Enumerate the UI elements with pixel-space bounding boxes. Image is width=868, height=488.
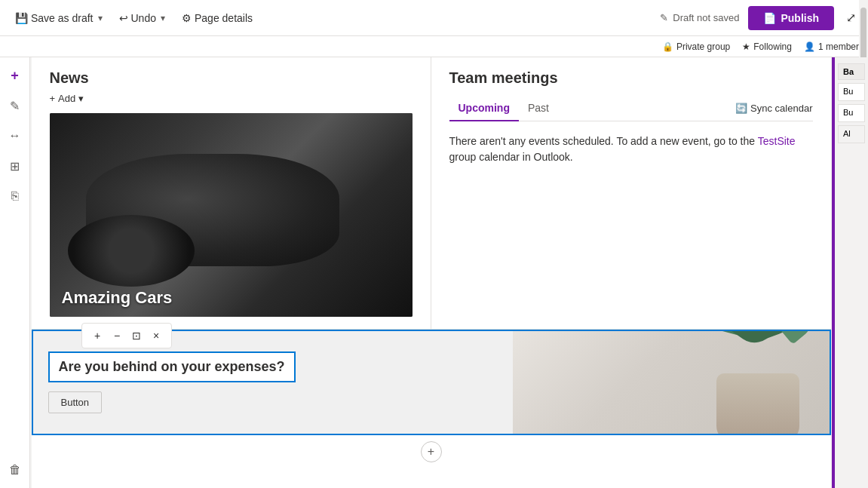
- zoom-toolbar: + − ⊡ ×: [81, 323, 172, 348]
- right-panel-item-1: Ba: [838, 63, 865, 80]
- undo-chevron[interactable]: ▾: [159, 11, 167, 25]
- undo-icon: ↩: [119, 12, 128, 24]
- lock-icon: 🔒: [662, 41, 673, 52]
- hero-button-area: Button: [48, 391, 296, 413]
- add-section-bar: +: [32, 435, 831, 468]
- pointer-tool-button[interactable]: ↔: [3, 124, 27, 148]
- right-panel-item-4: Al: [838, 125, 865, 143]
- hero-text-area: Are you behind on your expenses? Button: [48, 351, 296, 413]
- hero-cta-button[interactable]: Button: [48, 391, 103, 413]
- group-type-label: Private group: [676, 41, 730, 52]
- expand-button[interactable]: ⤢: [843, 8, 859, 28]
- group-type: 🔒 Private group: [662, 41, 730, 52]
- tab-past[interactable]: Past: [519, 96, 558, 121]
- test-site-link[interactable]: TestSite: [758, 135, 796, 147]
- news-title: News: [50, 69, 413, 87]
- right-panel-item-2: Bu: [838, 83, 865, 101]
- zoom-fit-button[interactable]: ⊡: [127, 327, 146, 345]
- tab-upcoming[interactable]: Upcoming: [449, 96, 519, 121]
- page-details-label: Page details: [195, 12, 253, 24]
- plant-image: [513, 331, 830, 434]
- right-panel: Ba Bu Bu Al: [832, 57, 868, 488]
- plant-pot: [716, 373, 799, 434]
- add-webpart-button[interactable]: +: [3, 63, 27, 87]
- edit-icon: ✎: [660, 12, 668, 23]
- page-canvas: News + Add ▾ Amazing Cars T: [32, 57, 831, 488]
- tabs-container: Upcoming Past: [449, 96, 558, 121]
- meetings-tabs: Upcoming Past 🔄 Sync calendar: [449, 96, 813, 121]
- empty-text-2: group calendar in Outlook.: [449, 151, 573, 163]
- news-section: News + Add ▾ Amazing Cars: [32, 57, 431, 329]
- sync-label: Sync calendar: [750, 103, 812, 114]
- sync-calendar-button[interactable]: 🔄 Sync calendar: [735, 103, 812, 114]
- following-status: ★ Following: [742, 41, 792, 52]
- group-bar: 🔒 Private group ★ Following 👤 1 member: [0, 36, 868, 57]
- right-panel-item-3: Bu: [838, 104, 865, 122]
- following-label: Following: [753, 41, 792, 52]
- edit-tool-button[interactable]: ✎: [3, 94, 27, 118]
- draft-status-label: Draft not saved: [673, 12, 739, 23]
- star-icon: ★: [742, 41, 750, 52]
- undo-label: Undo: [131, 12, 156, 24]
- zoom-out-button[interactable]: −: [108, 327, 126, 345]
- right-panel-content: Ba Bu Bu Al: [835, 57, 868, 152]
- add-section-button[interactable]: +: [421, 441, 442, 462]
- news-image-container: Amazing Cars: [50, 113, 413, 317]
- page-details-icon: ⚙: [182, 12, 192, 24]
- save-icon: 💾: [15, 12, 28, 24]
- top-bar: 💾 Save as draft ▾ ↩ Undo ▾ ⚙ Page detail…: [0, 0, 868, 36]
- meetings-empty-message: There aren't any events scheduled. To ad…: [449, 134, 813, 165]
- main-layout: + ✎ ↔ ⊞ ⎘ 🗑 News + Add ▾: [0, 57, 868, 488]
- news-add-button[interactable]: + Add ▾: [50, 93, 84, 104]
- content-area: News + Add ▾ Amazing Cars T: [30, 57, 832, 488]
- copy-tool-button[interactable]: ⎘: [3, 184, 27, 208]
- meetings-section: Team meetings Upcoming Past 🔄 Sync calen…: [431, 57, 831, 329]
- page-details-button[interactable]: ⚙ Page details: [176, 9, 259, 27]
- plus-icon: +: [50, 93, 56, 104]
- toolbar-left: 💾 Save as draft ▾ ↩ Undo ▾ ⚙ Page detail…: [9, 8, 259, 28]
- layout-tool-button[interactable]: ⊞: [3, 154, 27, 178]
- save-draft-chevron[interactable]: ▾: [97, 11, 104, 25]
- news-caption: Amazing Cars: [62, 288, 173, 308]
- empty-text-1: There aren't any events scheduled. To ad…: [449, 135, 756, 147]
- sync-icon: 🔄: [735, 103, 747, 114]
- add-chevron-icon: ▾: [78, 93, 84, 104]
- draft-status: ✎ Draft not saved: [660, 12, 739, 23]
- news-image: Amazing Cars: [50, 113, 413, 317]
- add-label: Add: [58, 93, 75, 104]
- undo-button[interactable]: ↩ Undo ▾: [113, 8, 173, 28]
- save-draft-label: Save as draft: [31, 12, 94, 24]
- person-icon: 👤: [804, 41, 815, 52]
- save-draft-button[interactable]: 💾 Save as draft ▾: [9, 8, 110, 28]
- member-count-label: 1 member: [818, 41, 859, 52]
- zoom-in-button[interactable]: +: [88, 327, 106, 345]
- publish-button[interactable]: 📄 Publish: [748, 6, 834, 30]
- toolbar-right: ✎ Draft not saved 📄 Publish ⤢: [660, 6, 859, 30]
- plant-artwork: [513, 331, 830, 434]
- member-count: 👤 1 member: [804, 41, 859, 52]
- two-column-section: News + Add ▾ Amazing Cars T: [32, 57, 831, 330]
- left-toolbar: + ✎ ↔ ⊞ ⎘ 🗑: [0, 57, 30, 488]
- zoom-close-button[interactable]: ×: [147, 327, 165, 345]
- car-artwork: [50, 113, 413, 317]
- delete-tool-button[interactable]: 🗑: [3, 458, 27, 482]
- meetings-title: Team meetings: [449, 69, 813, 87]
- publish-label: Publish: [781, 12, 819, 24]
- publish-icon: 📄: [763, 12, 776, 24]
- hero-heading[interactable]: Are you behind on your expenses?: [48, 351, 296, 382]
